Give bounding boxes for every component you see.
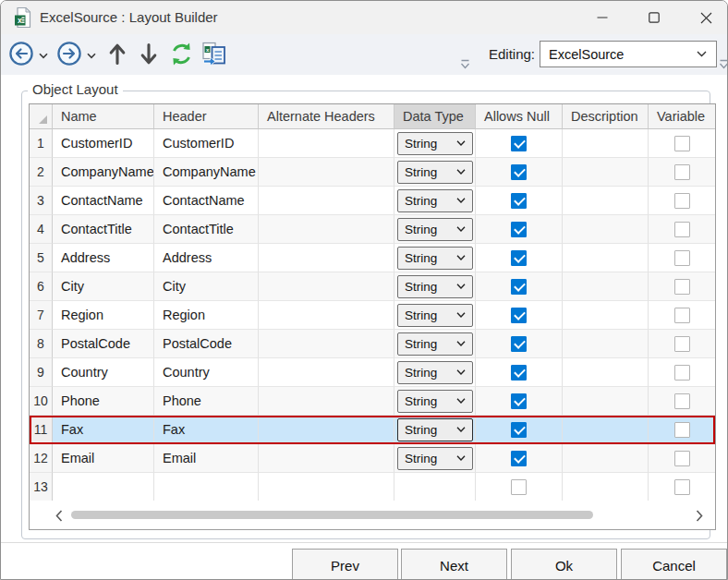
cell-description[interactable] — [563, 272, 649, 301]
cell-description[interactable] — [563, 215, 649, 244]
toolbar-overflow-left[interactable] — [460, 59, 470, 70]
table-row[interactable]: 4 ContactTitle ContactTitle String — [30, 215, 715, 244]
allows-null-checkbox[interactable] — [511, 451, 527, 466]
table-row[interactable]: 3 ContactName ContactName String — [30, 187, 715, 215]
data-type-dropdown[interactable]: String — [397, 447, 473, 470]
cell-allows-null[interactable] — [476, 473, 563, 501]
variable-checkbox[interactable] — [674, 422, 690, 438]
minimize-button[interactable] — [581, 1, 624, 34]
cell-name[interactable]: ContactTitle — [53, 215, 154, 244]
cell-allows-null[interactable] — [476, 158, 563, 187]
cell-data-type[interactable]: String — [394, 301, 476, 330]
variable-checkbox[interactable] — [674, 250, 690, 266]
forward-button[interactable] — [55, 39, 84, 68]
cell-name[interactable]: Fax — [53, 416, 154, 444]
scroll-right-arrow-icon[interactable] — [696, 509, 703, 526]
cell-alternate-headers[interactable] — [259, 387, 394, 416]
cell-name[interactable]: Region — [53, 301, 154, 330]
cell-header[interactable]: Fax — [154, 416, 259, 444]
allows-null-checkbox[interactable] — [511, 479, 527, 495]
row-number[interactable]: 3 — [30, 187, 53, 215]
allows-null-checkbox[interactable] — [511, 136, 527, 151]
cell-variable[interactable] — [649, 358, 715, 387]
close-button[interactable] — [685, 1, 728, 34]
back-button[interactable] — [6, 39, 36, 68]
cell-description[interactable] — [563, 187, 649, 215]
cell-name[interactable]: CompanyName — [53, 158, 154, 187]
data-type-dropdown[interactable]: String — [397, 304, 473, 327]
cell-name[interactable]: Address — [53, 244, 154, 272]
cell-data-type[interactable]: String — [394, 158, 476, 187]
cell-data-type[interactable]: String — [394, 416, 476, 444]
allows-null-checkbox[interactable] — [511, 422, 527, 438]
cell-description[interactable] — [563, 330, 649, 358]
allows-null-checkbox[interactable] — [511, 279, 527, 295]
refresh-button[interactable] — [166, 39, 196, 68]
table-row[interactable]: 8 PostalCode PostalCode String — [30, 330, 715, 358]
excel-layout-button[interactable]: x — [199, 39, 230, 68]
cell-description[interactable] — [563, 358, 649, 387]
column-header-description[interactable]: Description — [563, 104, 649, 129]
table-row[interactable]: 9 Country Country String — [30, 358, 715, 387]
cell-alternate-headers[interactable] — [259, 330, 394, 358]
row-number[interactable]: 2 — [30, 158, 53, 187]
table-row[interactable]: 1 CustomerID CustomerID String — [30, 129, 715, 158]
row-number[interactable]: 7 — [30, 301, 53, 330]
column-header-name[interactable]: Name — [53, 104, 154, 129]
cell-data-type[interactable]: String — [394, 358, 476, 387]
cell-alternate-headers[interactable] — [259, 187, 394, 215]
cell-header[interactable]: Phone — [154, 387, 259, 416]
row-number[interactable]: 1 — [30, 129, 53, 158]
variable-checkbox[interactable] — [674, 336, 690, 352]
cell-allows-null[interactable] — [476, 129, 563, 158]
allows-null-checkbox[interactable] — [511, 365, 527, 381]
cell-header[interactable]: Address — [154, 244, 259, 272]
cancel-button[interactable]: Cancel — [621, 549, 727, 580]
row-number[interactable]: 10 — [30, 387, 53, 416]
cell-data-type[interactable]: String — [394, 129, 476, 158]
cell-data-type[interactable]: String — [394, 330, 476, 358]
allows-null-checkbox[interactable] — [511, 336, 527, 352]
cell-description[interactable] — [563, 301, 649, 330]
cell-description[interactable] — [563, 387, 649, 416]
cell-variable[interactable] — [649, 330, 715, 358]
cell-data-type[interactable] — [394, 473, 476, 501]
cell-data-type[interactable]: String — [394, 244, 476, 272]
move-up-button[interactable] — [104, 40, 130, 67]
cell-description[interactable] — [563, 158, 649, 187]
prev-button[interactable]: Prev — [292, 549, 398, 580]
cell-data-type[interactable]: String — [394, 215, 476, 244]
column-header-data-type[interactable]: Data Type — [394, 104, 476, 129]
data-type-dropdown[interactable]: String — [397, 418, 473, 441]
cell-alternate-headers[interactable] — [259, 158, 394, 187]
table-row[interactable]: 2 CompanyName CompanyName String — [30, 158, 715, 187]
row-number[interactable]: 13 — [30, 473, 53, 501]
cell-header[interactable]: ContactTitle — [154, 215, 259, 244]
maximize-button[interactable] — [633, 1, 675, 34]
row-number[interactable]: 12 — [30, 444, 53, 473]
variable-checkbox[interactable] — [674, 193, 690, 209]
cell-header[interactable]: CompanyName — [154, 158, 259, 187]
row-number[interactable]: 11 — [30, 416, 53, 444]
variable-checkbox[interactable] — [674, 365, 690, 381]
cell-name[interactable]: Phone — [53, 387, 154, 416]
cell-name[interactable] — [53, 473, 154, 501]
row-number[interactable]: 9 — [30, 358, 53, 387]
cell-variable[interactable] — [649, 215, 715, 244]
variable-checkbox[interactable] — [674, 222, 690, 237]
grid-corner-selector[interactable] — [30, 104, 53, 129]
scrollbar-thumb[interactable] — [71, 511, 593, 519]
allows-null-checkbox[interactable] — [511, 308, 527, 323]
cell-allows-null[interactable] — [476, 444, 563, 473]
table-row[interactable]: 6 City City String — [30, 272, 715, 301]
cell-variable[interactable] — [649, 272, 715, 301]
column-header-alternate-headers[interactable]: Alternate Headers — [259, 104, 394, 129]
cell-alternate-headers[interactable] — [259, 444, 394, 473]
data-type-dropdown[interactable]: String — [397, 161, 473, 184]
variable-checkbox[interactable] — [674, 164, 690, 180]
cell-description[interactable] — [563, 244, 649, 272]
cell-allows-null[interactable] — [476, 330, 563, 358]
table-row[interactable]: 5 Address Address String — [30, 244, 715, 272]
cell-header[interactable]: Email — [154, 444, 259, 473]
back-dropdown-button[interactable] — [36, 48, 51, 63]
